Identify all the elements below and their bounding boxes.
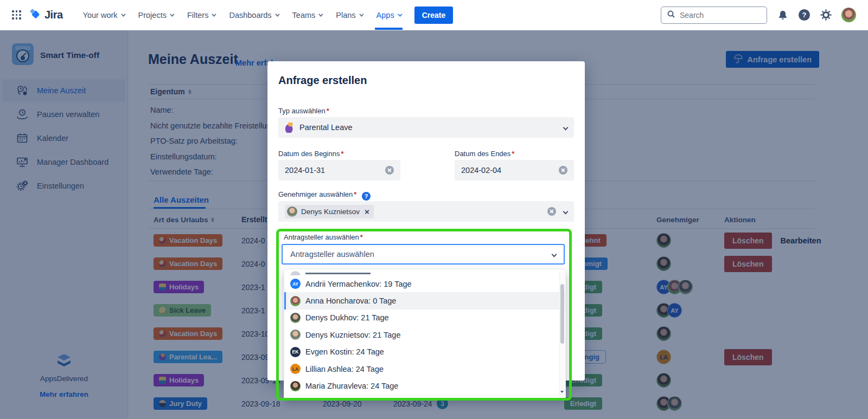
dropdown-option-maria-zhuravleva[interactable]: Maria Zhuravleva: 24 Tage bbox=[284, 377, 565, 394]
scrollbar-thumb[interactable] bbox=[560, 284, 564, 344]
parental-leave-icon bbox=[285, 123, 294, 133]
nav-item-teams[interactable]: Teams bbox=[286, 0, 328, 30]
avatar-denys-kuznietsov bbox=[287, 207, 297, 217]
chevron-down-icon bbox=[398, 12, 402, 16]
applicant-select-placeholder: Antragsteller auswählen bbox=[290, 250, 374, 259]
chevron-down-icon bbox=[212, 12, 216, 16]
user-avatar[interactable] bbox=[841, 8, 856, 22]
search-icon bbox=[667, 10, 675, 21]
jira-logo-icon bbox=[29, 8, 42, 23]
avatar-ay: AY bbox=[290, 279, 301, 289]
chevron-down-icon bbox=[318, 12, 323, 16]
modal-title: Anfrage erstellen bbox=[278, 74, 367, 87]
dropdown-option-label: Evgen Kostin: 24 Tage bbox=[305, 347, 384, 356]
settings-gear-icon[interactable] bbox=[820, 9, 832, 21]
help-icon[interactable]: ? bbox=[362, 192, 371, 201]
approver-select[interactable]: Denys Kuznietsov bbox=[278, 201, 574, 222]
applicant-field-label: Antragsteller auswählen* bbox=[284, 233, 363, 241]
app-switcher-icon[interactable] bbox=[12, 10, 21, 20]
start-date-value: 2024-01-31 bbox=[285, 166, 325, 175]
dropdown-option-label: Denys Kuznietsov: 21 Tage bbox=[305, 331, 400, 339]
approver-tag-label: Denys Kuznietsov bbox=[301, 208, 360, 216]
clear-icon[interactable] bbox=[385, 166, 394, 175]
type-select-value: Parental Leave bbox=[299, 123, 353, 132]
clear-icon[interactable] bbox=[559, 166, 567, 175]
dropdown-option-denys-kuznietsov[interactable]: Denys Kuznietsov: 21 Tage bbox=[284, 326, 565, 343]
required-marker: * bbox=[341, 150, 343, 158]
required-marker: * bbox=[327, 107, 329, 115]
start-date-input[interactable]: 2024-01-31 bbox=[278, 160, 400, 181]
avatar-ek: EK bbox=[290, 347, 301, 357]
end-date-label: Datum des Endes* bbox=[455, 150, 514, 158]
avatar-la: LA bbox=[290, 364, 301, 374]
end-date-value: 2024-02-04 bbox=[461, 166, 501, 175]
chevron-down-icon bbox=[359, 12, 363, 16]
chevron-down-icon bbox=[170, 12, 174, 16]
dropdown-option-partial[interactable] bbox=[284, 269, 565, 275]
nav-item-dashboards[interactable]: Dashboards bbox=[223, 0, 284, 30]
nav-item-label: Your work bbox=[83, 11, 118, 20]
dropdown-option-label: Anna Honcharova: 0 Tage bbox=[305, 296, 396, 305]
nav-item-plans[interactable]: Plans bbox=[330, 0, 368, 30]
dropdown-option-anna-honcharova[interactable]: Anna Honcharova: 0 Tage bbox=[284, 292, 565, 309]
avatar-photo-dukhov bbox=[290, 313, 301, 323]
jira-logo[interactable]: Jira bbox=[29, 8, 63, 23]
nav-item-label: Teams bbox=[292, 11, 316, 20]
nav-item-label: Filters bbox=[187, 11, 208, 20]
required-marker: * bbox=[354, 190, 356, 198]
search-input[interactable] bbox=[680, 11, 750, 20]
nav-item-label: Apps bbox=[376, 11, 394, 20]
nav-item-projects[interactable]: Projects bbox=[132, 0, 179, 30]
nav-items: Your workProjectsFiltersDashboardsTeamsP… bbox=[77, 0, 407, 30]
nav-item-filters[interactable]: Filters bbox=[181, 0, 221, 30]
create-button[interactable]: Create bbox=[414, 7, 454, 24]
dropdown-option-label: Denys Dukhov: 21 Tage bbox=[305, 313, 389, 322]
notifications-bell-icon[interactable] bbox=[777, 9, 789, 21]
dropdown-option-label: Maria Zhuravleva: 24 Tage bbox=[305, 382, 398, 390]
avatar-placeholder bbox=[290, 271, 301, 275]
chevron-down-icon bbox=[563, 125, 569, 130]
scrollbar-down-button[interactable] bbox=[559, 389, 564, 395]
avatar-photo-anna bbox=[290, 296, 301, 306]
applicant-dropdown: AYAndrii Yermachenkov: 19 TageAnna Honch… bbox=[284, 269, 566, 399]
clear-icon[interactable] bbox=[547, 207, 556, 216]
top-navigation: Jira Your workProjectsFiltersDashboardsT… bbox=[0, 0, 868, 30]
chevron-down-icon bbox=[121, 12, 125, 16]
approver-tag: Denys Kuznietsov bbox=[285, 205, 374, 218]
chevron-down-icon bbox=[275, 12, 279, 16]
chevron-down-icon bbox=[563, 209, 569, 214]
clipped-text bbox=[305, 273, 371, 275]
end-date-input[interactable]: 2024-02-04 bbox=[455, 160, 574, 181]
chevron-down-icon bbox=[552, 252, 557, 257]
dropdown-option-label: Lillian Ashlea: 24 Tage bbox=[305, 365, 384, 373]
type-select[interactable]: Parental Leave bbox=[278, 117, 574, 138]
remove-tag-icon[interactable] bbox=[365, 209, 369, 214]
dropdown-option-denys-dukhov[interactable]: Denys Dukhov: 21 Tage bbox=[284, 310, 565, 326]
nav-item-label: Projects bbox=[138, 11, 167, 20]
search-box[interactable] bbox=[661, 7, 767, 24]
start-date-label: Datum des Beginns* bbox=[278, 150, 344, 158]
dropdown-option-label: Andrii Yermachenkov: 19 Tage bbox=[305, 280, 412, 288]
dropdown-option-lillian-ashlea[interactable]: LALillian Ashlea: 24 Tage bbox=[284, 360, 565, 377]
help-icon[interactable]: ? bbox=[799, 9, 810, 21]
dropdown-option-evgen-kostin[interactable]: EKEvgen Kostin: 24 Tage bbox=[284, 344, 565, 360]
dropdown-scrollbar[interactable] bbox=[559, 272, 565, 397]
required-marker: * bbox=[360, 233, 363, 241]
approver-field-label: Genehmiger auswählen* ? bbox=[278, 190, 371, 201]
nav-item-label: Dashboards bbox=[229, 11, 271, 20]
avatar-photo-kuz bbox=[290, 330, 301, 340]
nav-item-label: Plans bbox=[336, 11, 355, 20]
nav-item-your-work[interactable]: Your work bbox=[77, 0, 130, 30]
nav-item-apps[interactable]: Apps bbox=[371, 0, 407, 30]
required-marker: * bbox=[512, 150, 514, 158]
type-field-label: Typ auswählen* bbox=[278, 107, 329, 115]
applicant-select[interactable]: Antragsteller auswählen bbox=[282, 244, 565, 265]
avatar-photo-maria bbox=[290, 381, 301, 391]
dropdown-option-andrii-yermachenkov[interactable]: AYAndrii Yermachenkov: 19 Tage bbox=[284, 275, 565, 292]
jira-logo-text: Jira bbox=[44, 9, 63, 21]
